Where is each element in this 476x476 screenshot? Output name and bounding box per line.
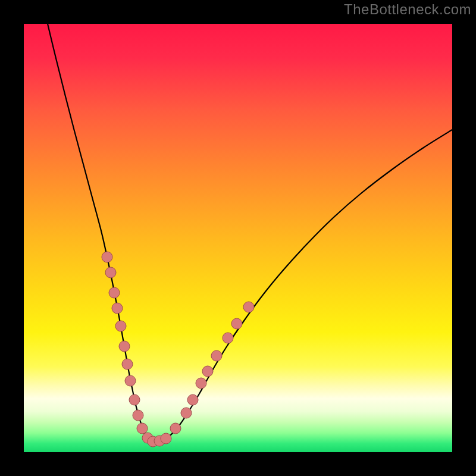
- data-marker: [170, 423, 181, 434]
- data-marker: [115, 321, 126, 331]
- data-marker: [105, 267, 116, 278]
- data-marker: [196, 378, 206, 389]
- data-marker: [211, 350, 222, 361]
- data-marker: [137, 423, 148, 434]
- data-marker: [231, 318, 242, 329]
- data-marker: [119, 341, 130, 352]
- data-marker: [109, 287, 120, 298]
- data-marker: [161, 433, 171, 444]
- data-marker: [133, 410, 143, 421]
- chart-svg: [24, 24, 452, 452]
- data-marker: [125, 375, 136, 386]
- gradient-background: [24, 24, 452, 452]
- data-marker: [223, 333, 233, 343]
- watermark: TheBottleneck.com: [344, 1, 471, 18]
- data-marker: [187, 394, 198, 405]
- data-marker: [243, 302, 254, 312]
- data-marker: [181, 408, 192, 418]
- plot-area: [24, 24, 452, 452]
- data-marker: [102, 252, 112, 262]
- chart-frame: TheBottleneck.com: [0, 0, 476, 476]
- data-marker: [122, 359, 133, 369]
- data-marker: [112, 303, 123, 314]
- data-marker: [129, 394, 140, 405]
- data-marker: [202, 366, 213, 377]
